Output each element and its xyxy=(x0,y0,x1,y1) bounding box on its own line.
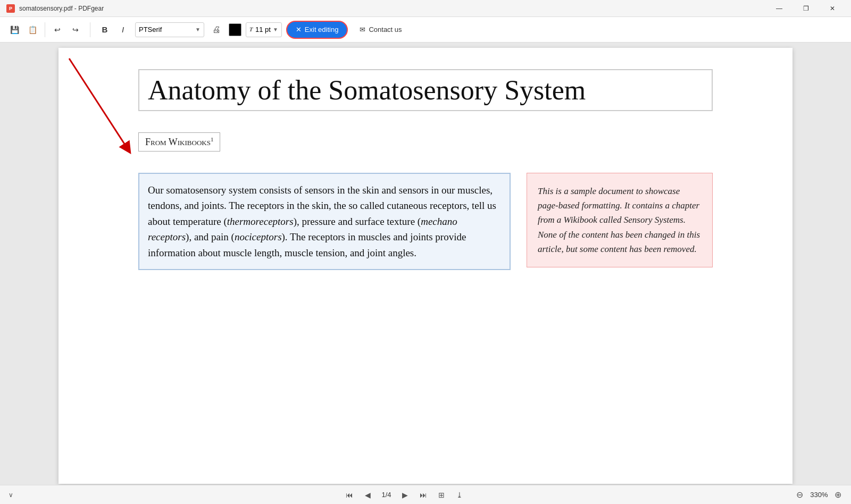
title-bar-left: P somatosensory.pdf - PDFgear xyxy=(6,4,104,13)
save-button[interactable]: 💾 xyxy=(6,22,22,38)
undo-button[interactable]: ↩ xyxy=(49,22,65,38)
thumbnail-button[interactable]: ⊞ xyxy=(434,488,449,502)
font-size-chevron: ▼ xyxy=(273,27,278,32)
arrow-annotation xyxy=(59,48,165,175)
color-swatch[interactable] xyxy=(229,23,241,36)
separator-1 xyxy=(45,22,45,37)
nav-controls: ⏮ ◀ 1/4 ▶ ⏭ ⊞ ⤓ xyxy=(342,488,466,502)
exit-editing-label: Exit editing xyxy=(305,26,339,33)
status-left: ∨ xyxy=(6,490,15,500)
italic-nociceptors: nociceptors xyxy=(235,231,282,242)
italic-thermoreceptors: thermoreceptors xyxy=(227,216,294,227)
nav-next-button[interactable]: ▶ xyxy=(398,488,413,502)
toolbar: 💾 📋 ↩ ↪ B I PTSerif ▼ 🖨 𝑻 11 pt ▼ ✕ Exit… xyxy=(0,17,851,43)
minimize-button[interactable]: — xyxy=(767,0,791,17)
page-title: Anatomy of the Somatosensory System xyxy=(138,69,713,111)
zoom-in-button[interactable]: ⊕ xyxy=(832,489,845,501)
print-icon-button[interactable]: 🖨 xyxy=(208,22,224,38)
separator-2 xyxy=(90,22,90,37)
title-bar: P somatosensory.pdf - PDFgear — ❐ ✕ xyxy=(0,0,851,17)
author-text: From Wikibooks xyxy=(145,137,211,147)
zoom-level: 330% xyxy=(808,491,830,499)
maximize-button[interactable]: ❐ xyxy=(794,0,818,17)
window-controls[interactable]: — ❐ ✕ xyxy=(767,0,845,17)
zoom-controls: ⊖ 330% ⊕ xyxy=(794,489,845,501)
nav-prev-button[interactable]: ◀ xyxy=(360,488,375,502)
page-indicator: 1/4 xyxy=(378,491,394,499)
font-name-display: PTSerif xyxy=(139,26,193,33)
status-icons: ⊞ ⤓ xyxy=(434,488,467,502)
undo-redo-group: 💾 📋 ↩ ↪ xyxy=(6,22,84,38)
main-text-box: Our somatosensory system consists of sen… xyxy=(138,173,511,270)
close-button[interactable]: ✕ xyxy=(820,0,845,17)
author-line: From Wikibooks1 xyxy=(138,132,220,152)
italic-button[interactable]: I xyxy=(115,22,131,38)
side-note-text: This is a sample document to showcase pa… xyxy=(538,186,700,254)
nav-first-button[interactable]: ⏮ xyxy=(342,488,357,502)
text-format-group: B I xyxy=(97,22,131,38)
status-chevron-down[interactable]: ∨ xyxy=(6,490,15,500)
contact-us-label: Contact us xyxy=(369,26,402,33)
save-copy-button[interactable]: 📋 xyxy=(24,22,40,38)
exit-editing-button[interactable]: ✕ Exit editing xyxy=(286,21,348,39)
side-note-box: This is a sample document to showcase pa… xyxy=(527,173,713,267)
zoom-out-button[interactable]: ⊖ xyxy=(794,489,806,501)
contact-icon: ✉ xyxy=(360,26,365,33)
font-dropdown-chevron: ▼ xyxy=(195,27,201,32)
italic-mechano-receptors: mechano receptors xyxy=(148,216,457,242)
font-size-display: 11 pt xyxy=(255,26,271,33)
download-button[interactable]: ⤓ xyxy=(452,488,467,502)
status-right: ⊖ 330% ⊕ xyxy=(794,489,845,501)
bold-button[interactable]: B xyxy=(97,22,113,38)
exit-icon: ✕ xyxy=(296,26,302,33)
svg-line-0 xyxy=(69,58,128,149)
font-selector[interactable]: PTSerif ▼ xyxy=(135,22,204,37)
status-bar: ∨ ⏮ ◀ 1/4 ▶ ⏭ ⊞ ⤓ ⊖ 330% ⊕ xyxy=(0,485,851,504)
contact-us-button[interactable]: ✉ Contact us xyxy=(352,21,409,39)
author-superscript: 1 xyxy=(211,136,214,142)
redo-button[interactable]: ↪ xyxy=(68,22,84,38)
font-size-icon: 𝑻 xyxy=(249,26,253,33)
content-columns: Our somatosensory system consists of sen… xyxy=(138,173,713,270)
pdf-page: Anatomy of the Somatosensory System From… xyxy=(59,48,792,484)
main-area: Anatomy of the Somatosensory System From… xyxy=(0,43,851,485)
window-title: somatosensory.pdf - PDFgear xyxy=(19,5,104,12)
nav-last-button[interactable]: ⏭ xyxy=(416,488,431,502)
app-icon: P xyxy=(6,4,15,13)
font-size-selector[interactable]: 𝑻 11 pt ▼ xyxy=(246,22,282,37)
